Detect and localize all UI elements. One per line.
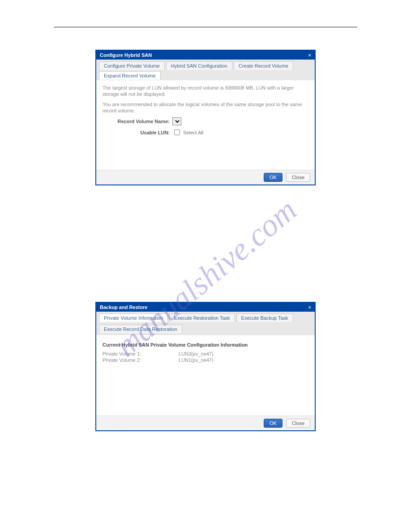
record-volume-select[interactable]: [172, 117, 181, 125]
info-text-2: You are recommended to allocate the logi…: [103, 101, 308, 114]
tab-create-record-volume[interactable]: Create Record Volume: [234, 61, 293, 70]
tab-private-volume-information[interactable]: Private Volume Information: [99, 313, 168, 322]
dialog-footer: OK Close: [96, 416, 315, 430]
dialog-title-text: Configure Hybrid SAN: [100, 52, 152, 58]
close-icon[interactable]: ×: [308, 52, 311, 58]
dialog-title-text: Backup and Restore: [100, 305, 147, 310]
pv-value: LUN3(pv_ne47): [179, 351, 214, 356]
tab-bar: Configure Private Volume Hybrid SAN Conf…: [96, 60, 315, 80]
record-volume-row: Record Volume Name:: [103, 117, 308, 125]
select-all-label: Select All: [183, 130, 203, 135]
tab-bar: Private Volume Information Execute Resto…: [96, 312, 315, 335]
tab-execute-record-data-restoration[interactable]: Execute Record Data Restoration: [99, 325, 182, 333]
dialog-body: The largest storage of LUN allowed by re…: [96, 80, 315, 170]
section-heading: Current Hybrid SAN Private Volume Config…: [103, 342, 308, 348]
select-all-checkbox[interactable]: [174, 129, 180, 135]
pv-label: Private Volume 1:: [103, 351, 179, 356]
tab-configure-private-volume[interactable]: Configure Private Volume: [99, 61, 165, 70]
pv-label: Private Volume 2:: [103, 357, 179, 363]
dialog-title-bar: Configure Hybrid SAN ×: [96, 51, 315, 60]
backup-restore-dialog: Backup and Restore × Private Volume Info…: [95, 302, 316, 431]
close-icon[interactable]: ×: [308, 305, 311, 310]
ok-button[interactable]: OK: [264, 173, 283, 182]
tab-expand-record-volume[interactable]: Expand Record Volume: [99, 71, 161, 80]
usable-lun-label: Usable LUN:: [103, 130, 170, 135]
dialog-body: Current Hybrid SAN Private Volume Config…: [96, 335, 315, 416]
table-row: Private Volume 2: LUN1(pv_ne47): [103, 357, 308, 363]
tab-execute-restoration-task[interactable]: Execute Restoration Task: [169, 313, 235, 322]
info-text-1: The largest storage of LUN allowed by re…: [103, 85, 308, 98]
close-button[interactable]: Close: [286, 419, 310, 428]
usable-lun-row: Usable LUN: Select All: [103, 128, 308, 137]
table-row: Private Volume 1: LUN3(pv_ne47): [103, 351, 308, 356]
tab-execute-backup-task[interactable]: Execute Backup Task: [236, 313, 293, 322]
ok-button[interactable]: OK: [264, 419, 283, 428]
dialog-title-bar: Backup and Restore ×: [96, 303, 315, 312]
tab-hybrid-san-configuration[interactable]: Hybrid SAN Configuration: [166, 61, 232, 70]
document-page: Configure Hybrid SAN × Configure Private…: [54, 27, 357, 431]
record-volume-label: Record Volume Name:: [103, 119, 170, 124]
pv-value: LUN1(pv_ne47): [179, 357, 214, 363]
configure-hybrid-san-dialog: Configure Hybrid SAN × Configure Private…: [95, 50, 316, 185]
dialog-footer: OK Close: [96, 170, 315, 184]
close-button[interactable]: Close: [286, 173, 310, 182]
